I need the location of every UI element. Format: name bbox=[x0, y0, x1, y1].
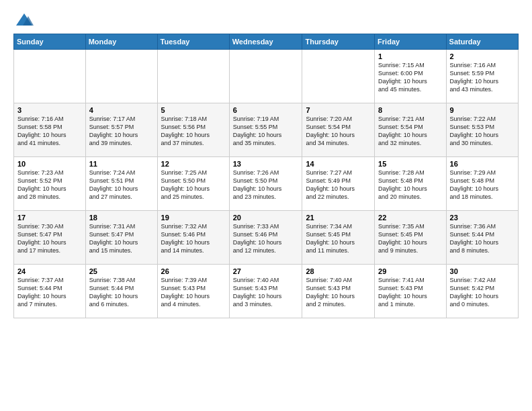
day-number: 27 bbox=[233, 267, 299, 275]
calendar-cell: 21Sunrise: 7:34 AM Sunset: 5:45 PM Dayli… bbox=[302, 211, 375, 265]
calendar-cell: 24Sunrise: 7:37 AM Sunset: 5:44 PM Dayli… bbox=[14, 265, 86, 318]
day-number: 13 bbox=[233, 160, 299, 168]
day-number: 16 bbox=[450, 160, 515, 168]
day-info: Sunrise: 7:27 AM Sunset: 5:49 PM Dayligh… bbox=[306, 169, 371, 201]
calendar-cell bbox=[14, 50, 86, 103]
calendar-week-row: 3Sunrise: 7:16 AM Sunset: 5:58 PM Daylig… bbox=[14, 103, 519, 157]
calendar-cell: 15Sunrise: 7:28 AM Sunset: 5:48 PM Dayli… bbox=[375, 157, 446, 211]
day-info: Sunrise: 7:20 AM Sunset: 5:54 PM Dayligh… bbox=[306, 115, 371, 148]
day-info: Sunrise: 7:36 AM Sunset: 5:44 PM Dayligh… bbox=[450, 222, 515, 255]
day-number: 21 bbox=[306, 214, 371, 222]
calendar-cell: 17Sunrise: 7:30 AM Sunset: 5:47 PM Dayli… bbox=[14, 211, 86, 265]
day-of-week-header: Saturday bbox=[446, 34, 518, 50]
day-number: 22 bbox=[378, 214, 442, 222]
page: SundayMondayTuesdayWednesdayThursdayFrid… bbox=[0, 0, 532, 411]
calendar-cell: 14Sunrise: 7:27 AM Sunset: 5:49 PM Dayli… bbox=[302, 157, 375, 211]
day-number: 6 bbox=[233, 106, 299, 114]
day-info: Sunrise: 7:18 AM Sunset: 5:56 PM Dayligh… bbox=[161, 115, 226, 148]
calendar-cell: 7Sunrise: 7:20 AM Sunset: 5:54 PM Daylig… bbox=[302, 103, 375, 157]
day-info: Sunrise: 7:34 AM Sunset: 5:45 PM Dayligh… bbox=[306, 222, 371, 255]
day-number: 25 bbox=[89, 267, 154, 275]
calendar-cell: 16Sunrise: 7:29 AM Sunset: 5:48 PM Dayli… bbox=[446, 157, 518, 211]
calendar-cell: 26Sunrise: 7:39 AM Sunset: 5:43 PM Dayli… bbox=[157, 265, 229, 318]
calendar-cell: 6Sunrise: 7:19 AM Sunset: 5:55 PM Daylig… bbox=[229, 103, 302, 157]
day-number: 7 bbox=[306, 106, 371, 114]
day-of-week-header: Friday bbox=[375, 34, 446, 50]
calendar-cell: 1Sunrise: 7:15 AM Sunset: 6:00 PM Daylig… bbox=[375, 50, 446, 103]
calendar-cell: 29Sunrise: 7:41 AM Sunset: 5:43 PM Dayli… bbox=[375, 265, 446, 318]
day-info: Sunrise: 7:32 AM Sunset: 5:46 PM Dayligh… bbox=[161, 222, 226, 255]
calendar-cell: 8Sunrise: 7:21 AM Sunset: 5:54 PM Daylig… bbox=[375, 103, 446, 157]
day-of-week-header: Sunday bbox=[14, 34, 86, 50]
day-number: 2 bbox=[450, 52, 515, 60]
calendar-cell: 28Sunrise: 7:40 AM Sunset: 5:43 PM Dayli… bbox=[302, 265, 375, 318]
calendar-cell: 18Sunrise: 7:31 AM Sunset: 5:47 PM Dayli… bbox=[85, 211, 157, 265]
day-info: Sunrise: 7:39 AM Sunset: 5:43 PM Dayligh… bbox=[161, 276, 226, 309]
day-number: 30 bbox=[450, 267, 515, 275]
calendar-cell: 4Sunrise: 7:17 AM Sunset: 5:57 PM Daylig… bbox=[85, 103, 157, 157]
day-number: 17 bbox=[17, 214, 82, 222]
day-info: Sunrise: 7:19 AM Sunset: 5:55 PM Dayligh… bbox=[233, 115, 299, 148]
calendar-cell: 13Sunrise: 7:26 AM Sunset: 5:50 PM Dayli… bbox=[229, 157, 302, 211]
day-info: Sunrise: 7:16 AM Sunset: 5:59 PM Dayligh… bbox=[450, 61, 515, 94]
day-info: Sunrise: 7:26 AM Sunset: 5:50 PM Dayligh… bbox=[233, 169, 299, 201]
day-info: Sunrise: 7:17 AM Sunset: 5:57 PM Dayligh… bbox=[89, 115, 154, 148]
day-number: 9 bbox=[450, 106, 515, 114]
day-number: 28 bbox=[306, 267, 371, 275]
day-info: Sunrise: 7:28 AM Sunset: 5:48 PM Dayligh… bbox=[378, 169, 442, 201]
day-of-week-header: Tuesday bbox=[157, 34, 229, 50]
day-number: 4 bbox=[89, 106, 154, 114]
day-number: 29 bbox=[378, 267, 442, 275]
day-info: Sunrise: 7:30 AM Sunset: 5:47 PM Dayligh… bbox=[17, 222, 82, 255]
day-number: 15 bbox=[378, 160, 442, 168]
day-info: Sunrise: 7:24 AM Sunset: 5:51 PM Dayligh… bbox=[89, 169, 154, 201]
day-number: 3 bbox=[17, 106, 82, 114]
calendar-cell: 25Sunrise: 7:38 AM Sunset: 5:44 PM Dayli… bbox=[85, 265, 157, 318]
day-number: 5 bbox=[161, 106, 226, 114]
day-number: 11 bbox=[89, 160, 154, 168]
day-number: 26 bbox=[161, 267, 226, 275]
day-number: 18 bbox=[89, 214, 154, 222]
calendar-cell bbox=[229, 50, 302, 103]
day-number: 19 bbox=[161, 214, 226, 222]
day-info: Sunrise: 7:23 AM Sunset: 5:52 PM Dayligh… bbox=[17, 169, 82, 201]
day-info: Sunrise: 7:25 AM Sunset: 5:50 PM Dayligh… bbox=[161, 169, 226, 201]
day-number: 1 bbox=[378, 52, 442, 60]
calendar-cell: 2Sunrise: 7:16 AM Sunset: 5:59 PM Daylig… bbox=[446, 50, 518, 103]
calendar-header-row: SundayMondayTuesdayWednesdayThursdayFrid… bbox=[14, 34, 519, 50]
day-number: 14 bbox=[306, 160, 371, 168]
day-info: Sunrise: 7:29 AM Sunset: 5:48 PM Dayligh… bbox=[450, 169, 515, 201]
header bbox=[13, 11, 519, 27]
day-number: 23 bbox=[450, 214, 515, 222]
logo-icon bbox=[15, 11, 34, 30]
day-info: Sunrise: 7:38 AM Sunset: 5:44 PM Dayligh… bbox=[89, 276, 154, 309]
day-of-week-header: Monday bbox=[85, 34, 157, 50]
day-number: 8 bbox=[378, 106, 442, 114]
calendar-week-row: 10Sunrise: 7:23 AM Sunset: 5:52 PM Dayli… bbox=[14, 157, 519, 211]
calendar-cell bbox=[302, 50, 375, 103]
calendar-cell bbox=[157, 50, 229, 103]
calendar-cell: 23Sunrise: 7:36 AM Sunset: 5:44 PM Dayli… bbox=[446, 211, 518, 265]
calendar-cell: 27Sunrise: 7:40 AM Sunset: 5:43 PM Dayli… bbox=[229, 265, 302, 318]
calendar-cell bbox=[85, 50, 157, 103]
calendar-cell: 3Sunrise: 7:16 AM Sunset: 5:58 PM Daylig… bbox=[14, 103, 86, 157]
calendar-week-row: 24Sunrise: 7:37 AM Sunset: 5:44 PM Dayli… bbox=[14, 265, 519, 318]
calendar-week-row: 1Sunrise: 7:15 AM Sunset: 6:00 PM Daylig… bbox=[14, 50, 519, 103]
calendar: SundayMondayTuesdayWednesdayThursdayFrid… bbox=[13, 34, 519, 318]
calendar-cell: 10Sunrise: 7:23 AM Sunset: 5:52 PM Dayli… bbox=[14, 157, 86, 211]
calendar-cell: 12Sunrise: 7:25 AM Sunset: 5:50 PM Dayli… bbox=[157, 157, 229, 211]
calendar-cell: 22Sunrise: 7:35 AM Sunset: 5:45 PM Dayli… bbox=[375, 211, 446, 265]
day-of-week-header: Wednesday bbox=[229, 34, 302, 50]
day-number: 10 bbox=[17, 160, 82, 168]
calendar-week-row: 17Sunrise: 7:30 AM Sunset: 5:47 PM Dayli… bbox=[14, 211, 519, 265]
day-info: Sunrise: 7:21 AM Sunset: 5:54 PM Dayligh… bbox=[378, 115, 442, 148]
day-info: Sunrise: 7:40 AM Sunset: 5:43 PM Dayligh… bbox=[306, 276, 371, 309]
day-info: Sunrise: 7:41 AM Sunset: 5:43 PM Dayligh… bbox=[378, 276, 442, 309]
logo bbox=[13, 11, 34, 27]
day-info: Sunrise: 7:33 AM Sunset: 5:46 PM Dayligh… bbox=[233, 222, 299, 255]
day-of-week-header: Thursday bbox=[302, 34, 375, 50]
day-info: Sunrise: 7:22 AM Sunset: 5:53 PM Dayligh… bbox=[450, 115, 515, 148]
day-number: 24 bbox=[17, 267, 82, 275]
day-info: Sunrise: 7:37 AM Sunset: 5:44 PM Dayligh… bbox=[17, 276, 82, 309]
calendar-cell: 19Sunrise: 7:32 AM Sunset: 5:46 PM Dayli… bbox=[157, 211, 229, 265]
